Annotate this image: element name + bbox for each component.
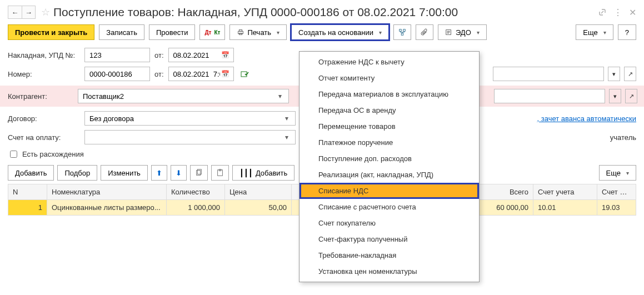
calendar-icon[interactable]: 📅 xyxy=(221,70,229,78)
menu-item[interactable]: Счет покупателю xyxy=(299,215,479,221)
invoice-no-label: Накладная, УПД №: xyxy=(8,51,80,59)
cell-vat-account[interactable]: 19.03 xyxy=(597,200,636,216)
number-input[interactable] xyxy=(84,67,150,81)
dropdown-btn[interactable]: ▾ xyxy=(609,89,621,103)
from-label-1: от: xyxy=(154,51,164,59)
nav-forward[interactable]: → xyxy=(22,6,35,18)
col-nomen[interactable]: Номенклатура xyxy=(47,184,167,200)
dt-kt-button[interactable]: ДтКт xyxy=(199,24,225,40)
tbl-paste-button[interactable] xyxy=(211,165,229,181)
favorite-star-icon[interactable]: ☆ xyxy=(41,6,50,18)
nav-back[interactable]: ← xyxy=(8,6,22,18)
col-n[interactable]: N xyxy=(8,184,47,200)
svg-rect-4 xyxy=(403,29,406,32)
barcode-add-label: Добавить xyxy=(256,169,287,177)
print-button[interactable]: Печать xyxy=(229,24,287,40)
menu-item[interactable]: Списание с расчетного счета xyxy=(299,199,479,215)
nav-buttons: ← → xyxy=(8,6,36,19)
post-close-button[interactable]: Провести и закрыть xyxy=(8,24,94,40)
chevron-down-icon[interactable]: ▾ xyxy=(282,114,292,122)
counterparty-label: Контрагент: xyxy=(7,92,73,101)
menu-item[interactable]: Отчет комитенту xyxy=(299,70,479,86)
kebab-icon[interactable]: ⋮ xyxy=(613,7,622,18)
print-label: Печать xyxy=(247,28,271,37)
advance-link[interactable]: , зачет аванса автоматически xyxy=(537,114,636,123)
col-total[interactable]: Всего xyxy=(472,184,533,200)
menu-item[interactable]: Платежное поручение xyxy=(299,134,479,151)
discrepancy-label: Есть расхождения xyxy=(22,150,84,158)
col-qty[interactable]: Количество xyxy=(167,184,225,200)
from-label-2: от: xyxy=(154,70,164,78)
tbl-more-button[interactable]: Еще xyxy=(599,165,636,181)
create-based-button[interactable]: Создать на основании xyxy=(291,24,389,40)
counterparty-input[interactable]: ▾ xyxy=(78,89,289,103)
close-icon[interactable]: ✕ xyxy=(629,7,636,18)
write-button[interactable]: Записать xyxy=(99,24,144,40)
cell-n[interactable]: 1 xyxy=(8,200,47,216)
cell-nomen[interactable]: Оцинкованные листы размеро... xyxy=(47,200,167,216)
structure-button[interactable] xyxy=(393,24,411,40)
create-based-menu: Отражение НДС к вычетуОтчет комитентуПер… xyxy=(299,51,480,221)
main-toolbar: Провести и закрыть Записать Провести ДтК… xyxy=(8,24,636,40)
date1-input[interactable]: 📅 xyxy=(168,48,234,62)
menu-item[interactable]: Передача ОС в аренду xyxy=(299,102,479,118)
right-text: учатель xyxy=(610,133,636,142)
invoice-no-input[interactable] xyxy=(84,48,150,62)
tbl-up-button[interactable]: ⬆ xyxy=(151,165,167,181)
post-button[interactable]: Провести xyxy=(149,24,196,40)
cell-account[interactable]: 10.01 xyxy=(533,200,597,216)
paperclip-icon xyxy=(421,28,428,36)
tbl-down-button[interactable]: ⬇ xyxy=(171,165,187,181)
edo-button[interactable]: ЭДО xyxy=(438,24,487,40)
calendar-icon[interactable]: 📅 xyxy=(221,51,229,59)
open-btn[interactable]: ↗ xyxy=(624,67,636,81)
cell-price[interactable]: 50,00 xyxy=(225,200,292,216)
tbl-copy-button[interactable] xyxy=(190,165,208,181)
svg-rect-1 xyxy=(239,30,242,32)
svg-rect-3 xyxy=(400,29,402,32)
more-button[interactable]: Еще xyxy=(576,24,613,40)
datetime-input[interactable]: 📅 xyxy=(168,67,234,81)
menu-item[interactable]: Реализация (акт, накладная, УПД) xyxy=(299,167,479,183)
printer-icon xyxy=(237,28,244,36)
chevron-down-icon[interactable]: ▾ xyxy=(282,133,292,141)
page-title: Поступление товаров: Накладная, УПД 0000… xyxy=(53,6,598,19)
edo-label: ЭДО xyxy=(456,28,471,37)
tbl-edit-button[interactable]: Изменить xyxy=(101,165,148,181)
cell-total[interactable]: 60 000,00 xyxy=(472,200,533,216)
tbl-barcode-add-button[interactable]: ┃┃┃ Добавить xyxy=(232,165,294,181)
contract-label: Договор: xyxy=(8,114,80,123)
contract-input[interactable]: ▾ xyxy=(84,111,296,126)
number-label: Номер: xyxy=(8,70,80,78)
open-btn[interactable]: ↗ xyxy=(625,89,637,103)
right-input-1[interactable] xyxy=(493,67,604,81)
tbl-add-button[interactable]: Добавить xyxy=(8,165,54,181)
col-price[interactable]: Цена xyxy=(225,184,292,200)
attach-button[interactable] xyxy=(416,24,433,40)
menu-item[interactable]: Перемещение товаров xyxy=(299,118,479,134)
right-input-2[interactable] xyxy=(494,89,605,103)
link-icon[interactable] xyxy=(598,8,607,17)
menu-item[interactable]: Передача материалов в эксплуатацию xyxy=(299,86,479,102)
menu-item[interactable]: Отражение НДС к вычету xyxy=(299,54,479,70)
help-button[interactable]: ? xyxy=(618,24,636,40)
menu-item[interactable]: Поступление доп. расходов xyxy=(299,151,479,167)
cell-qty[interactable]: 1 000,000 xyxy=(167,200,225,216)
barcode-icon: ┃┃┃ xyxy=(239,169,253,177)
dropdown-btn[interactable]: ▾ xyxy=(608,67,620,81)
discrepancy-checkbox[interactable] xyxy=(10,151,17,158)
col-vat-account[interactable]: Счет НДС xyxy=(597,184,636,200)
svg-rect-5 xyxy=(401,33,403,36)
tbl-select-button[interactable]: Подбор xyxy=(57,165,97,181)
col-account[interactable]: Счет учета xyxy=(533,184,597,200)
invoice-pay-input[interactable]: ▾ xyxy=(84,130,296,144)
chevron-down-icon[interactable]: ▾ xyxy=(276,92,285,100)
posted-icon xyxy=(241,70,249,78)
edo-icon xyxy=(445,28,453,36)
invoice-pay-label: Счет на оплату: xyxy=(8,133,80,142)
menu-item[interactable]: Списание НДС xyxy=(299,183,479,199)
